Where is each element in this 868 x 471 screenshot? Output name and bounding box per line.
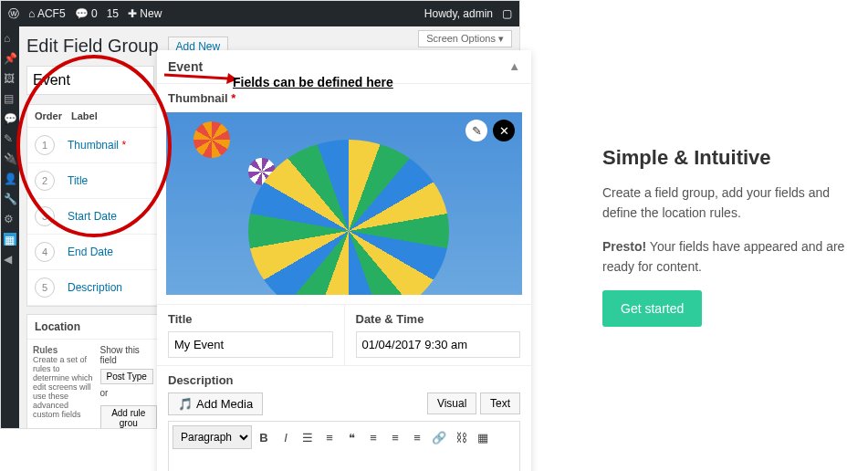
or-label: or [100,388,157,398]
field-row[interactable]: 3Start Date [27,199,162,235]
title-field-label: Title [168,312,333,326]
wp-logo-icon[interactable]: ⓦ [8,6,19,22]
bold-icon[interactable]: B [254,427,274,447]
marketing-p2: Presto! Your fields have appeared and ar… [602,236,858,277]
field-row[interactable]: 5Description [27,270,162,306]
location-box: Location Rules Create a set of rules to … [26,314,163,428]
media-icon: 🎵 [178,397,193,411]
event-metabox: Event ▲ Thumbnail * ✎ ✕ Title Date & Tim… [157,50,531,471]
title-input[interactable] [168,331,333,358]
field-order: 3 [35,206,55,226]
align-right-icon[interactable]: ≡ [407,427,427,447]
field-label[interactable]: Description [68,281,122,294]
location-title: Location [27,315,162,340]
editor-toolbar: Paragraph B I ☰ ≡ ❝ ≡ ≡ ≡ 🔗 ⛓ ▦ ⊞ [168,421,520,471]
marketing-panel: Simple & Intuitive Create a field group,… [602,146,858,327]
paragraph-select[interactable]: Paragraph [173,425,252,449]
field-row[interactable]: 2Title [27,163,162,199]
balloon-decoration [248,140,449,295]
marketing-p1: Create a field group, add your fields an… [602,183,858,224]
align-center-icon[interactable]: ≡ [385,427,405,447]
page-title: Edit Field Group [26,36,159,57]
thumbnail-image[interactable]: ✎ ✕ [166,112,522,295]
balloon-decoration [193,121,230,158]
event-panel-title: Event [168,59,203,74]
field-list: Order Label 1Thumbnail *2Title3Start Dat… [26,104,163,307]
new-content[interactable]: ✚ New [128,7,162,20]
pages-icon[interactable]: ▤ [4,92,16,105]
settings-icon[interactable]: ⚙ [4,213,16,225]
datetime-field-label: Date & Time [356,312,521,326]
show-field-label: Show this field [100,345,157,365]
howdy-user[interactable]: Howdy, admin [424,7,493,20]
more-icon[interactable]: ▦ [473,427,493,447]
required-icon: * [231,91,235,105]
field-label[interactable]: Thumbnail * [68,139,126,152]
fullscreen-icon[interactable] [173,451,516,471]
number-list-icon[interactable]: ≡ [319,427,340,447]
align-left-icon[interactable]: ≡ [363,427,383,447]
dashboard-icon[interactable]: ⌂ [4,32,16,45]
marketing-heading: Simple & Intuitive [602,146,858,170]
get-started-button[interactable]: Get started [602,290,702,327]
order-header: Order [35,110,71,121]
field-row[interactable]: 4End Date [27,235,162,270]
wp-admin-sidebar: ⌂ 📌 🖼 ▤ 💬 ✎ 🔌 👤 🔧 ⚙ ▦ ◀ [1,26,19,428]
field-label[interactable]: End Date [68,246,113,258]
italic-icon[interactable]: I [276,427,296,447]
unlink-icon[interactable]: ⛓ [451,427,471,447]
rules-label: Rules [33,345,95,355]
group-title-input[interactable] [26,66,154,95]
plugins-icon[interactable]: 🔌 [4,152,16,165]
quote-icon[interactable]: ❝ [341,427,361,447]
edit-image-icon[interactable]: ✎ [465,120,487,141]
comments-icon[interactable]: 💬 0 [75,7,98,20]
remove-image-icon[interactable]: ✕ [493,120,515,141]
thumbnail-label: Thumbnail [168,91,228,105]
tools-icon[interactable]: 🔧 [4,193,16,205]
appearance-icon[interactable]: ✎ [4,132,16,145]
rules-desc: Create a set of rules to determine which… [33,355,93,419]
visual-tab[interactable]: Visual [427,392,476,414]
bullet-list-icon[interactable]: ☰ [298,427,318,447]
updates-count[interactable]: 15 [107,7,119,20]
field-label[interactable]: Title [68,174,88,187]
acf-icon[interactable]: ▦ [4,233,16,246]
screen-options-button[interactable]: Screen Options ▾ [418,30,512,47]
field-label[interactable]: Start Date [68,210,117,223]
comments-icon[interactable]: 💬 [4,112,16,125]
add-rule-group-button[interactable]: Add rule grou [100,405,157,428]
field-row[interactable]: 1Thumbnail * [27,128,162,163]
field-order: 1 [35,135,55,155]
collapse-icon[interactable]: ◀ [4,253,16,266]
post-type-select[interactable]: Post Type [100,369,153,384]
posts-icon[interactable]: 📌 [4,52,16,65]
field-order: 5 [35,277,55,298]
link-icon[interactable]: 🔗 [429,427,449,447]
collapse-icon[interactable]: ▲ [508,59,520,74]
text-tab[interactable]: Text [480,392,520,414]
datetime-input[interactable] [356,331,521,358]
wp-admin-bar: ⓦ ⌂ ACF5 💬 0 15 ✚ New Howdy, admin ▢ [1,1,519,26]
description-label: Description [168,373,520,387]
user-avatar-icon[interactable]: ▢ [502,7,512,20]
field-order: 2 [35,171,55,191]
label-header: Label [71,110,98,121]
media-icon[interactable]: 🖼 [4,72,16,85]
site-name[interactable]: ⌂ ACF5 [28,7,66,20]
add-media-button[interactable]: 🎵 Add Media [168,392,263,415]
users-icon[interactable]: 👤 [4,173,16,185]
field-order: 4 [35,242,55,262]
